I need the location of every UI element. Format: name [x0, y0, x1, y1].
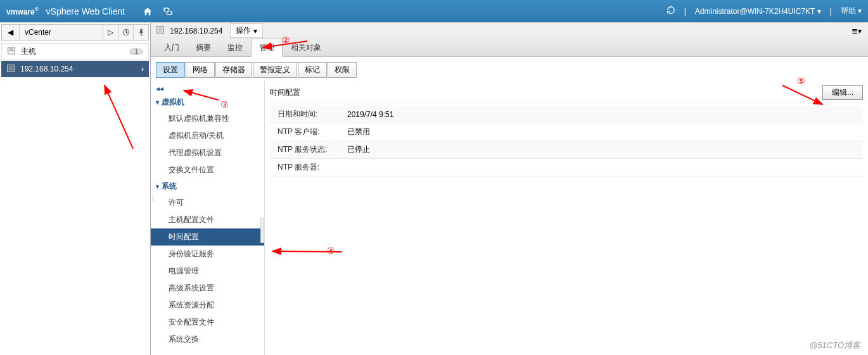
vmware-logo: vmware®	[6, 6, 44, 16]
host-ip-label: 192.168.10.254	[20, 65, 73, 73]
nav-host-profile[interactable]: 主机配置文件	[151, 211, 264, 228]
settings-nav: ◂◂ ▾虚拟机 默认虚拟机兼容性 虚拟机启动/关机 代理虚拟机设置 交换文件位置…	[151, 80, 265, 355]
separator: |	[830, 7, 832, 16]
content-area: 192.168.10.254 操作 ▾ ≣▾ 入门 摘要 监控 管理 相关对象 …	[151, 23, 868, 355]
tab-getting-started[interactable]: 入门	[156, 39, 188, 56]
ntp-client-label: NTP 客户端:	[270, 123, 340, 141]
detail-title: 时间配置	[270, 87, 300, 98]
link-icon[interactable]	[160, 4, 176, 19]
watermark: @51CTO博客	[809, 340, 860, 351]
nav-group-vm[interactable]: ▾虚拟机	[151, 94, 264, 110]
nav-system-swap[interactable]: 系统交换	[151, 331, 264, 348]
nav-group-system[interactable]: ▾系统	[151, 178, 264, 194]
svg-rect-7	[158, 28, 163, 32]
table-row: NTP 服务器:	[270, 159, 863, 177]
content-header: 192.168.10.254 操作 ▾ ≣▾	[151, 23, 868, 39]
datetime-value: 2019/7/4 9:51	[340, 106, 863, 123]
actions-dropdown[interactable]: 操作 ▾	[230, 23, 262, 38]
ntp-servers-value	[340, 159, 863, 177]
ntp-client-value: 已禁用	[340, 123, 863, 141]
ntp-servers-label: NTP 服务器:	[270, 159, 340, 177]
nav-licensing[interactable]: 许可	[151, 194, 264, 211]
sub-tabs: 设置 网络 存储器 警报定义 标记 权限	[151, 57, 868, 80]
settings-panel: ◂◂ ▾虚拟机 默认虚拟机兼容性 虚拟机启动/关机 代理虚拟机设置 交换文件位置…	[151, 80, 868, 355]
navigator-context[interactable]: vCenter	[20, 28, 103, 37]
svg-rect-2	[10, 48, 14, 49]
chevron-right-icon: ›	[141, 65, 144, 73]
product-name: vSphere Web Client	[46, 6, 125, 16]
header-right: | Administrator@WIN-7K2H4UIC7KT ▾ | 帮助 ▾	[667, 6, 862, 16]
nav-startup[interactable]: 虚拟机启动/关机	[151, 127, 264, 144]
nav-resource-alloc[interactable]: 系统资源分配	[151, 297, 264, 314]
subtab-permissions[interactable]: 权限	[328, 62, 357, 78]
tab-manage[interactable]: 管理	[251, 39, 283, 57]
detail-pane: 时间配置 编辑... 日期和时间: 2019/7/4 9:51 NTP 客户端:…	[265, 80, 868, 355]
nav-power-mgmt[interactable]: 电源管理	[151, 263, 264, 280]
arrow-down-icon: ▾	[156, 99, 159, 106]
pin-icon[interactable]	[133, 25, 148, 40]
server-icon	[6, 64, 16, 75]
content-host-ip: 192.168.10.254	[170, 27, 222, 35]
help-menu[interactable]: 帮助 ▾	[841, 6, 862, 16]
svg-rect-3	[10, 50, 14, 51]
guide-icon[interactable]: ≣▾	[850, 25, 863, 37]
tab-monitor[interactable]: 监控	[219, 39, 251, 56]
edit-button[interactable]: 编辑...	[822, 85, 863, 100]
user-menu[interactable]: Administrator@WIN-7K2H4UIC7KT ▾	[695, 7, 821, 16]
nav-auth-services[interactable]: 身份验证服务	[151, 246, 264, 263]
hosts-item[interactable]: 主机 1	[1, 43, 149, 59]
subtab-storage[interactable]: 存储器	[215, 62, 252, 78]
sidebar-resize-handle[interactable]: ⋮	[150, 196, 155, 203]
ntp-status-value: 已停止	[340, 141, 863, 159]
left-sidebar: ◀ vCenter ▷ 主机 1 192.168.10.254 ›	[0, 23, 151, 355]
subtab-networking[interactable]: 网络	[186, 62, 215, 78]
annotation-5: ⑤	[797, 76, 805, 86]
refresh-icon[interactable]	[667, 6, 675, 16]
subtab-alarm[interactable]: 警报定义	[253, 62, 297, 78]
server-icon	[156, 25, 166, 36]
annotation-4: ④	[327, 246, 335, 256]
detail-header: 时间配置 编辑...	[270, 83, 863, 103]
annotation-2: ②	[282, 35, 290, 45]
table-row: NTP 客户端: 已禁用	[270, 123, 863, 141]
back-button[interactable]: ◀	[2, 25, 20, 40]
nav-agent[interactable]: 代理虚拟机设置	[151, 144, 264, 161]
svg-rect-5	[9, 66, 13, 70]
selected-host-item[interactable]: 192.168.10.254 ›	[1, 61, 149, 77]
table-row: NTP 服务状态: 已停止	[270, 141, 863, 159]
subtab-tags[interactable]: 标记	[298, 62, 327, 78]
time-config-table: 日期和时间: 2019/7/4 9:51 NTP 客户端: 已禁用 NTP 服务…	[270, 106, 863, 177]
resize-handle[interactable]	[260, 218, 264, 243]
home-icon[interactable]	[140, 4, 155, 19]
datetime-label: 日期和时间:	[270, 106, 340, 123]
trademark-icon: ®	[35, 6, 39, 12]
main-container: ◀ vCenter ▷ 主机 1 192.168.10.254 ›	[0, 22, 868, 355]
annotation-3: ③	[220, 99, 229, 109]
forward-button[interactable]: ▷	[103, 25, 118, 40]
hosts-label: 主机	[21, 46, 36, 57]
main-tabs: 入门 摘要 监控 管理 相关对象	[151, 39, 868, 57]
separator: |	[684, 7, 686, 16]
collapse-icon[interactable]: ◂◂	[151, 83, 264, 94]
nav-swap[interactable]: 交换文件位置	[151, 161, 264, 178]
tab-summary[interactable]: 摘要	[188, 39, 219, 56]
host-icon	[7, 46, 17, 57]
table-row: 日期和时间: 2019/7/4 9:51	[270, 106, 863, 123]
arrow-down-icon: ▾	[156, 183, 159, 190]
app-header: vmware® vSphere Web Client | Administrat…	[0, 0, 868, 22]
nav-advanced[interactable]: 高级系统设置	[151, 280, 264, 297]
history-icon[interactable]	[118, 25, 133, 40]
nav-security-profile[interactable]: 安全配置文件	[151, 314, 264, 331]
navigator-bar: ◀ vCenter ▷	[1, 24, 149, 40]
nav-default-compat[interactable]: 默认虚拟机兼容性	[151, 110, 264, 127]
host-count-badge: 1	[129, 48, 143, 55]
nav-time-config[interactable]: 时间配置	[151, 228, 264, 246]
subtab-settings[interactable]: 设置	[156, 62, 185, 78]
ntp-status-label: NTP 服务状态:	[270, 141, 340, 159]
